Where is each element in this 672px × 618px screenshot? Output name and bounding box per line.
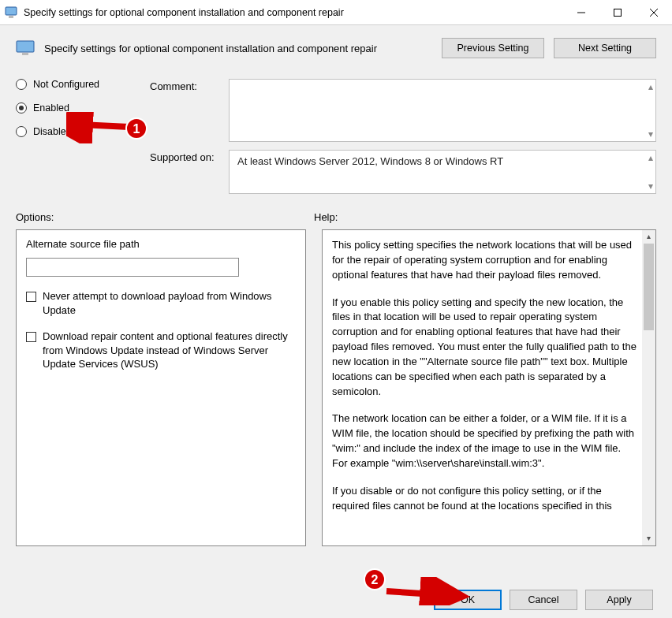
previous-setting-button[interactable]: Previous Setting bbox=[442, 38, 544, 58]
checkbox-label: Download repair content and optional fea… bbox=[43, 329, 296, 371]
svg-rect-6 bbox=[17, 41, 34, 52]
scroll-down-icon[interactable]: ▾ bbox=[648, 181, 653, 191]
header-description: Specify settings for optional component … bbox=[44, 43, 432, 54]
window-title: Specify settings for optional component … bbox=[24, 7, 344, 18]
scroll-down-icon[interactable]: ▾ bbox=[642, 532, 655, 545]
scroll-up-icon[interactable]: ▴ bbox=[648, 82, 653, 91]
help-section-label: Help: bbox=[314, 211, 338, 223]
alternate-source-path-input[interactable] bbox=[26, 258, 239, 277]
ok-button[interactable]: OK bbox=[434, 590, 502, 610]
scroll-up-icon[interactable]: ▴ bbox=[648, 153, 653, 162]
svg-rect-3 bbox=[614, 9, 622, 16]
radio-icon bbox=[16, 79, 27, 90]
checkbox-label: Never attempt to download payload from W… bbox=[43, 289, 296, 317]
comment-label: Comment: bbox=[150, 80, 197, 92]
comment-textarea[interactable]: ▴ ▾ bbox=[229, 79, 656, 142]
radio-label: Enabled bbox=[33, 102, 69, 114]
maximize-button[interactable] bbox=[599, 0, 636, 25]
radio-icon bbox=[16, 126, 27, 137]
svg-rect-0 bbox=[6, 7, 17, 15]
radio-icon bbox=[16, 102, 27, 114]
svg-text:2: 2 bbox=[371, 573, 379, 586]
titlebar: Specify settings for optional component … bbox=[0, 0, 672, 25]
scrollbar-thumb[interactable] bbox=[644, 244, 654, 330]
help-scrollbar[interactable]: ▴ ▾ bbox=[642, 230, 655, 545]
help-paragraph: If you disable or do not configure this … bbox=[332, 484, 638, 514]
radio-label: Disabled bbox=[33, 126, 72, 137]
supported-on-value: At least Windows Server 2012, Windows 8 … bbox=[237, 155, 503, 167]
close-button[interactable] bbox=[636, 0, 672, 25]
minimize-button[interactable] bbox=[563, 0, 599, 25]
radio-enabled[interactable]: Enabled bbox=[16, 102, 150, 114]
cancel-button[interactable]: Cancel bbox=[510, 590, 577, 610]
checkbox-never-download[interactable]: Never attempt to download payload from W… bbox=[26, 289, 296, 317]
supported-on-box: At least Windows Server 2012, Windows 8 … bbox=[229, 150, 656, 194]
scroll-down-icon[interactable]: ▾ bbox=[648, 129, 653, 139]
dialog-footer: OK Cancel Apply bbox=[434, 590, 653, 610]
header-row: Specify settings for optional component … bbox=[16, 38, 656, 58]
annotation-badge-2: 2 bbox=[363, 568, 386, 591]
checkbox-icon bbox=[26, 292, 36, 302]
app-icon bbox=[5, 6, 17, 19]
alternate-source-path-label: Alternate source file path bbox=[26, 238, 296, 250]
radio-label: Not Configured bbox=[33, 79, 99, 90]
apply-button[interactable]: Apply bbox=[585, 590, 653, 610]
help-paragraph: If you enable this policy setting and sp… bbox=[332, 296, 638, 400]
options-pane: Alternate source file path Never attempt… bbox=[16, 229, 306, 546]
help-paragraph: The network location can be either a fol… bbox=[332, 411, 638, 471]
scroll-up-icon[interactable]: ▴ bbox=[642, 230, 655, 244]
checkbox-wsus-direct[interactable]: Download repair content and optional fea… bbox=[26, 329, 296, 371]
supported-on-label: Supported on: bbox=[150, 151, 215, 163]
svg-point-12 bbox=[364, 569, 385, 590]
radio-not-configured[interactable]: Not Configured bbox=[16, 79, 150, 90]
help-paragraph: This policy setting specifies the networ… bbox=[332, 238, 638, 283]
page-icon bbox=[16, 40, 35, 56]
svg-rect-1 bbox=[9, 16, 13, 18]
radio-disabled[interactable]: Disabled bbox=[16, 126, 150, 137]
checkbox-icon bbox=[26, 332, 36, 342]
options-section-label: Options: bbox=[16, 211, 314, 223]
svg-rect-7 bbox=[22, 53, 28, 55]
next-setting-button[interactable]: Next Setting bbox=[554, 38, 656, 58]
scrollbar-track[interactable] bbox=[642, 244, 655, 532]
help-pane: This policy setting specifies the networ… bbox=[322, 229, 656, 546]
